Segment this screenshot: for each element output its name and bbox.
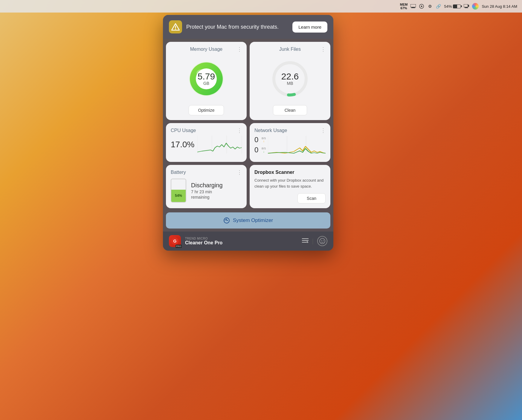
security-banner: Protect your Mac from security threats. … — [163, 15, 333, 39]
system-optimizer-icon — [223, 217, 230, 224]
network-card: Network Usage ⋮ 0 B/S ↑ 0 B/S — [250, 123, 330, 162]
widget-footer: G PRO TREND MICRO Cleaner One Pro | — [163, 232, 333, 251]
download-value: 0 — [254, 146, 260, 154]
system-optimizer-label: System Optimizer — [233, 217, 273, 223]
scan-button[interactable]: Scan — [297, 193, 326, 203]
junk-arc-center: 22.6 MB — [281, 72, 299, 86]
cards-grid: Memory Usage ⋮ — [163, 39, 333, 211]
battery-card: Battery ⋮ 54% Discharging 7 hr 23 min re… — [166, 165, 247, 208]
widget-panel: Protect your Mac from security threats. … — [163, 15, 333, 251]
cpu-card: CPU Usage ⋮ 17.0% — [166, 123, 247, 162]
upload-arrow: ↑ — [263, 140, 265, 143]
footer-divider: | — [312, 238, 314, 245]
footer-logo-badge: PRO — [175, 245, 182, 248]
battery-time: 7 hr 23 min — [191, 189, 223, 194]
link-icon: 🔗 — [436, 4, 441, 9]
network-stats: 0 B/S ↑ 0 B/S ↓ — [254, 136, 266, 154]
svg-point-11 — [175, 29, 176, 30]
cpu-sparkline-svg — [197, 136, 242, 154]
battery-remaining: remaining — [191, 195, 223, 200]
network-card-menu[interactable]: ⋮ — [320, 127, 326, 134]
junk-unit: MB — [281, 81, 299, 86]
optimize-button[interactable]: Optimize — [189, 105, 224, 115]
network-sparkline-svg — [268, 136, 326, 154]
battery-fill — [453, 5, 457, 8]
svg-marker-4 — [421, 5, 423, 7]
network-card-title: Network Usage — [254, 128, 326, 133]
warning-icon — [169, 20, 182, 33]
svg-point-34 — [320, 238, 325, 244]
memory-unit: GB — [198, 81, 215, 86]
memory-card-title: Memory Usage — [190, 47, 222, 52]
footer-brand-top: TREND MICRO — [185, 237, 298, 240]
battery-display: 54% — [444, 4, 461, 9]
memory-donut-center: 5.79 GB — [198, 72, 215, 86]
cpu-card-title: CPU Usage — [171, 128, 242, 133]
trend-micro-logo: G — [171, 237, 179, 245]
junk-card-menu[interactable]: ⋮ — [320, 46, 326, 53]
play-icon — [419, 4, 424, 9]
learn-more-button[interactable]: Learn more — [292, 22, 327, 33]
cpu-content: 17.0% — [171, 136, 242, 154]
battery-visual: 54% — [171, 179, 186, 203]
svg-rect-7 — [465, 8, 468, 8]
mem-indicator: MEM 67% — [400, 3, 408, 10]
footer-smiley-button[interactable] — [317, 236, 327, 246]
footer-actions: | — [302, 236, 327, 246]
cpu-value: 17.0% — [171, 140, 194, 149]
footer-brand-name: Cleaner One Pro — [185, 240, 298, 246]
memory-card-menu[interactable]: ⋮ — [237, 46, 242, 53]
battery-icon-small — [453, 4, 461, 8]
battery-status: Discharging — [191, 182, 223, 189]
battery-card-menu[interactable]: ⋮ — [237, 169, 242, 176]
footer-logo: G PRO — [169, 235, 181, 247]
battery-level-fill: 54% — [171, 190, 186, 202]
menubar: MEM 67% ⚙ 🔗 54% — [0, 0, 522, 13]
datetime: Sun 28 Aug 8:14 AM — [482, 4, 517, 9]
siri-icon — [472, 3, 479, 10]
cpu-sparkline — [197, 136, 242, 154]
battery-info: Discharging 7 hr 23 min remaining — [191, 182, 223, 200]
dropbox-title: Dropbox Scanner — [254, 170, 326, 175]
hamburger-icon — [302, 238, 309, 243]
svg-text:G: G — [173, 239, 177, 243]
display-icon — [464, 4, 469, 9]
toolbar-icon — [410, 4, 416, 9]
tools-icon: ⚙ — [427, 4, 433, 9]
battery-content: 54% Discharging 7 hr 23 min remaining — [171, 179, 242, 203]
memory-card: Memory Usage ⋮ — [166, 42, 247, 120]
junk-card: Junk Files ⋮ 22.6 MB Clean — [250, 42, 330, 120]
memory-value: 5.79 — [198, 72, 215, 81]
cpu-card-menu[interactable]: ⋮ — [237, 127, 242, 134]
network-sparkline — [268, 136, 326, 154]
network-download-row: 0 B/S ↓ — [254, 146, 266, 154]
svg-rect-0 — [410, 4, 416, 7]
security-message: Protect your Mac from security threats. — [186, 24, 288, 30]
upload-value: 0 — [254, 136, 260, 144]
battery-pct-label: 54% — [444, 4, 452, 9]
junk-value: 22.6 — [281, 72, 299, 81]
mem-label: MEM — [400, 3, 408, 6]
footer-brand: TREND MICRO Cleaner One Pro — [185, 237, 298, 246]
svg-point-36 — [323, 240, 323, 241]
network-upload-row: 0 B/S ↑ — [254, 136, 266, 144]
battery-card-title: Battery — [171, 170, 242, 175]
network-content: 0 B/S ↑ 0 B/S ↓ — [254, 136, 326, 154]
junk-arc: 22.6 MB — [269, 58, 311, 100]
svg-rect-2 — [411, 8, 415, 8]
download-label: B/S ↓ — [262, 147, 266, 153]
download-arrow: ↓ — [263, 150, 265, 153]
smiley-icon — [319, 238, 325, 244]
footer-menu-icon[interactable] — [302, 238, 309, 244]
dropbox-card: Dropbox Scanner Connect with your Dropbo… — [250, 165, 330, 208]
junk-card-title: Junk Files — [279, 47, 301, 52]
upload-label: B/S ↑ — [262, 137, 266, 143]
memory-donut: 5.79 GB — [185, 58, 227, 100]
dropbox-description: Connect with your Dropbox account and cl… — [254, 177, 326, 189]
system-optimizer-button[interactable]: System Optimizer — [166, 212, 330, 229]
clean-button[interactable]: Clean — [273, 105, 307, 115]
menubar-right: MEM 67% ⚙ 🔗 54% — [400, 3, 517, 10]
svg-rect-8 — [468, 5, 469, 7]
mem-value: 67% — [401, 6, 407, 10]
svg-rect-5 — [464, 4, 468, 7]
